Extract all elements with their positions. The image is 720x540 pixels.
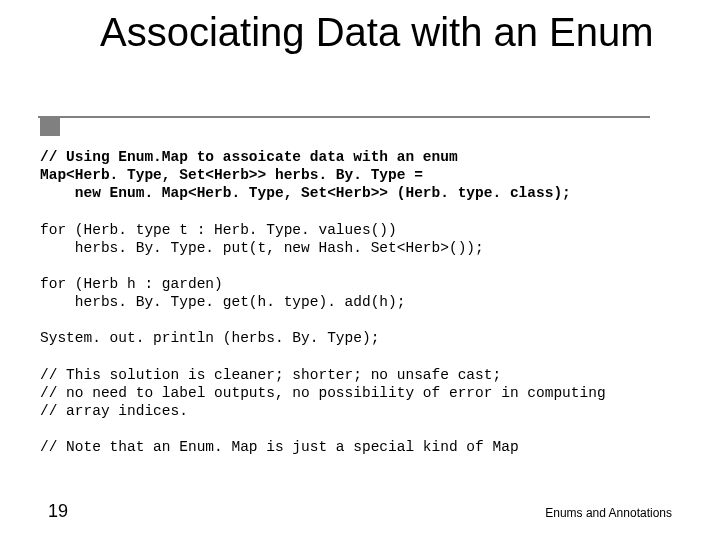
- code-line: // array indices.: [40, 403, 188, 419]
- code-line: Map<Herb. Type, Set<Herb>> herbs. By. Ty…: [40, 167, 423, 183]
- code-line: new Enum. Map<Herb. Type, Set<Herb>> (He…: [40, 185, 571, 201]
- code-line: // Using Enum.Map to assoicate data with…: [40, 149, 458, 165]
- accent-line: [38, 116, 650, 118]
- accent-box: [40, 118, 60, 136]
- slide-title: Associating Data with an Enum: [100, 10, 680, 54]
- code-line: System. out. println (herbs. By. Type);: [40, 330, 379, 346]
- code-line: // Note that an Enum. Map is just a spec…: [40, 439, 519, 455]
- code-block: // Using Enum.Map to assoicate data with…: [40, 148, 680, 456]
- code-line: for (Herb. type t : Herb. Type. values()…: [40, 222, 397, 238]
- slide: Associating Data with an Enum // Using E…: [0, 0, 720, 540]
- code-line: // This solution is cleaner; shorter; no…: [40, 367, 501, 383]
- title-block: Associating Data with an Enum: [100, 10, 680, 54]
- footer-right: Enums and Annotations: [545, 506, 672, 520]
- code-line: herbs. By. Type. get(h. type). add(h);: [40, 294, 405, 310]
- code-line: // no need to label outputs, no possibil…: [40, 385, 606, 401]
- code-line: for (Herb h : garden): [40, 276, 223, 292]
- page-number: 19: [48, 501, 68, 522]
- code-line: herbs. By. Type. put(t, new Hash. Set<He…: [40, 240, 484, 256]
